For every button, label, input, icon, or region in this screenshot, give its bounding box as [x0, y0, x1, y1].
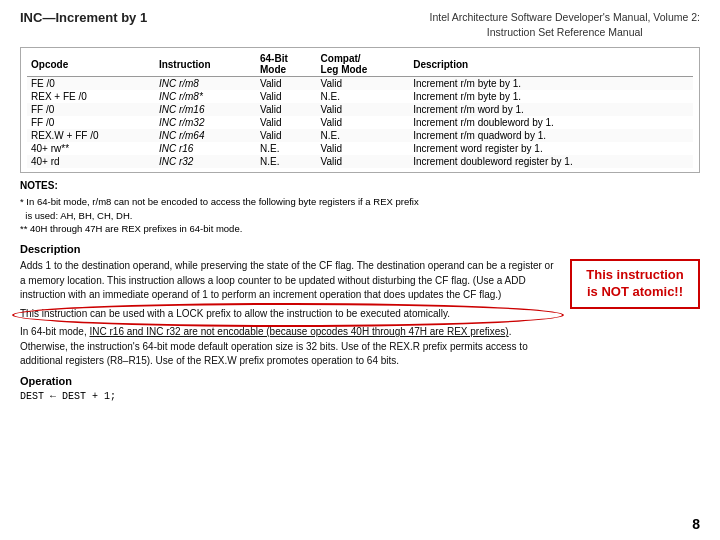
table-cell: 40+ rd — [27, 155, 155, 168]
table-cell: Valid — [317, 142, 410, 155]
header: INC—Increment by 1 Intel Architecture So… — [20, 10, 700, 39]
description-para3: In 64-bit mode, INC r16 and INC r32 are … — [20, 325, 560, 369]
instruction-table-section: Opcode Instruction 64-BitMode Compat/Leg… — [20, 47, 700, 235]
table-cell: N.E. — [256, 142, 317, 155]
operation-section: Operation DEST ← DEST + 1; — [20, 375, 700, 402]
table-row: FF /0INC r/m32ValidValidIncrement r/m do… — [27, 116, 693, 129]
description-text: Adds 1 to the destination operand, while… — [20, 259, 560, 369]
description-columns: Adds 1 to the destination operand, while… — [20, 259, 700, 369]
table-cell: REX + FE /0 — [27, 90, 155, 103]
description-title: Description — [20, 243, 700, 255]
table-cell: Increment r/m doubleword by 1. — [409, 116, 693, 129]
col-64bit: 64-BitMode — [256, 52, 317, 77]
table-cell: INC r32 — [155, 155, 256, 168]
note2: ** 40H through 47H are REX prefixes in 6… — [20, 222, 700, 235]
table-row: 40+ rdINC r32N.E.ValidIncrement doublewo… — [27, 155, 693, 168]
main-title: INC—Increment by 1 — [20, 10, 147, 25]
table-cell: Valid — [256, 90, 317, 103]
table-cell: FF /0 — [27, 103, 155, 116]
table-cell: INC r/m64 — [155, 129, 256, 142]
table-cell: Increment r/m word by 1. — [409, 103, 693, 116]
col-opcode: Opcode — [27, 52, 155, 77]
page-container: INC—Increment by 1 Intel Architecture So… — [0, 0, 720, 540]
table-cell: Valid — [256, 129, 317, 142]
description-para1: Adds 1 to the destination operand, while… — [20, 259, 560, 303]
table-cell: Valid — [317, 155, 410, 168]
note1: * In 64-bit mode, r/m8 can not be encode… — [20, 195, 700, 222]
table-cell: INC r/m32 — [155, 116, 256, 129]
table-cell: INC r/m8 — [155, 77, 256, 91]
table-cell: N.E. — [256, 155, 317, 168]
table-cell: Valid — [256, 103, 317, 116]
description-section: Description Adds 1 to the destination op… — [20, 243, 700, 369]
table-wrapper: Opcode Instruction 64-BitMode Compat/Leg… — [20, 47, 700, 173]
table-cell: INC r/m16 — [155, 103, 256, 116]
manual-title: Intel Architecture Software Developer's … — [430, 10, 700, 25]
notes-section: NOTES: * In 64-bit mode, r/m8 can not be… — [20, 179, 700, 235]
table-cell: Increment word register by 1. — [409, 142, 693, 155]
table-row: 40+ rw**INC r16N.E.ValidIncrement word r… — [27, 142, 693, 155]
table-cell: FE /0 — [27, 77, 155, 91]
lock-paragraph: This instruction can be used with a LOCK… — [20, 307, 560, 322]
callout-box: This instruction is NOT atomic!! — [570, 259, 700, 309]
page-number: 8 — [692, 516, 700, 532]
table-row: FF /0INC r/m16ValidValidIncrement r/m wo… — [27, 103, 693, 116]
instruction-table: Opcode Instruction 64-BitMode Compat/Leg… — [27, 52, 693, 168]
col-description: Description — [409, 52, 693, 77]
table-cell: REX.W + FF /0 — [27, 129, 155, 142]
table-row: FE /0INC r/m8ValidValidIncrement r/m byt… — [27, 77, 693, 91]
table-cell: Valid — [256, 116, 317, 129]
table-cell: INC r16 — [155, 142, 256, 155]
table-header-row: Opcode Instruction 64-BitMode Compat/Leg… — [27, 52, 693, 77]
table-row: REX.W + FF /0INC r/m64ValidN.E.Increment… — [27, 129, 693, 142]
table-row: REX + FE /0INC r/m8*ValidN.E.Increment r… — [27, 90, 693, 103]
table-cell: Increment r/m quadword by 1. — [409, 129, 693, 142]
table-cell: N.E. — [317, 90, 410, 103]
manual-subtitle: Instruction Set Reference Manual — [430, 25, 700, 40]
col-compat: Compat/Leg Mode — [317, 52, 410, 77]
table-cell: FF /0 — [27, 116, 155, 129]
table-cell: Valid — [317, 77, 410, 91]
table-cell: 40+ rw** — [27, 142, 155, 155]
callout-line2: is NOT atomic!! — [582, 284, 688, 301]
header-right: Intel Architecture Software Developer's … — [430, 10, 700, 39]
table-cell: INC r/m8* — [155, 90, 256, 103]
lock-highlight: This instruction can be used with a LOCK… — [20, 307, 560, 322]
table-cell: Valid — [256, 77, 317, 91]
callout-line1: This instruction — [582, 267, 688, 284]
operation-title: Operation — [20, 375, 700, 387]
table-cell: Increment r/m byte by 1. — [409, 77, 693, 91]
table-cell: N.E. — [317, 129, 410, 142]
col-instruction: Instruction — [155, 52, 256, 77]
table-cell: Valid — [317, 116, 410, 129]
table-cell: Increment r/m byte by 1. — [409, 90, 693, 103]
table-cell: Increment doubleword register by 1. — [409, 155, 693, 168]
operation-code: DEST ← DEST + 1; — [20, 391, 700, 402]
notes-title: NOTES: — [20, 180, 58, 191]
table-cell: Valid — [317, 103, 410, 116]
